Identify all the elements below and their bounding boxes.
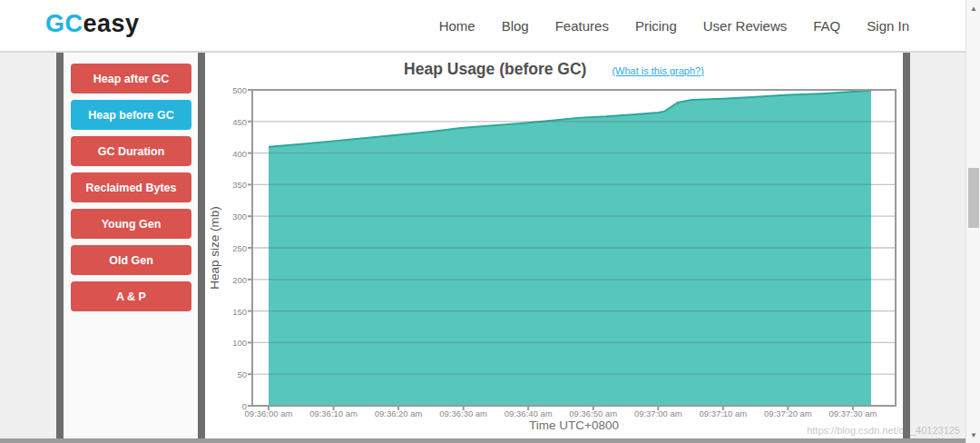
- x-tick-label-09-36-10-am: 09:36:10 am: [301, 409, 367, 418]
- sidebar-button-old-gen[interactable]: Old Gen: [71, 245, 191, 275]
- logo-easy: easy: [83, 10, 140, 37]
- nav-link-pricing[interactable]: Pricing: [635, 18, 677, 34]
- sidebar-button-heap-before-gc[interactable]: Heap before GC: [71, 100, 191, 130]
- x-tick-label-09-37-10-am: 09:37:10 am: [691, 409, 756, 418]
- left-divider-bar: [56, 53, 64, 438]
- nav-item-user-reviews: User Reviews: [703, 18, 788, 34]
- logo[interactable]: GCeasy: [45, 10, 140, 38]
- y-tick-label-50: 50: [205, 369, 247, 379]
- heap-usage-chart: [205, 53, 903, 438]
- nav-item-home: Home: [439, 18, 475, 34]
- y-tick-label-500: 500: [205, 85, 247, 95]
- y-tick-label-200: 200: [205, 275, 247, 285]
- chart-panel: Heap Usage (before GC)(What is this grap…: [205, 53, 903, 438]
- nav-link-user-reviews[interactable]: User Reviews: [703, 18, 788, 34]
- watermark-text: https://blog.csdn.net/qq_40123125: [807, 425, 960, 436]
- x-tick-label-09-36-30-am: 09:36:30 am: [431, 409, 496, 418]
- scrollbar-thumb[interactable]: [968, 168, 979, 228]
- sidebar-button-a-p[interactable]: A & P: [71, 281, 191, 311]
- middle-divider-bar: [198, 53, 205, 438]
- y-tick-label-100: 100: [205, 338, 247, 348]
- y-tick-label-400: 400: [205, 149, 247, 159]
- nav-link-blog[interactable]: Blog: [502, 18, 529, 34]
- x-tick-label-09-36-40-am: 09:36:40 am: [495, 409, 561, 418]
- x-tick-label-09-37-00-am: 09:37:00 am: [625, 409, 691, 418]
- header: GCeasy HomeBlogFeaturesPricingUser Revie…: [0, 0, 965, 53]
- sidebar-button-heap-after-gc[interactable]: Heap after GC: [71, 64, 191, 94]
- bottom-bar: [0, 438, 965, 443]
- main-nav: HomeBlogFeaturesPricingUser ReviewsFAQSi…: [439, 0, 909, 53]
- y-tick-label-350: 350: [205, 180, 247, 190]
- nav-item-sign-in: Sign In: [867, 18, 909, 34]
- scrollbar-down-icon[interactable]: ▼: [966, 428, 980, 441]
- y-tick-label-250: 250: [205, 243, 247, 253]
- page: GCeasy HomeBlogFeaturesPricingUser Revie…: [0, 0, 980, 443]
- nav-link-home[interactable]: Home: [439, 18, 475, 34]
- nav-link-faq[interactable]: FAQ: [813, 18, 840, 34]
- y-tick-label-450: 450: [205, 117, 247, 127]
- sidebar-button-young-gen[interactable]: Young Gen: [71, 209, 191, 239]
- x-tick-label-09-37-20-am: 09:37:20 am: [755, 409, 820, 418]
- x-tick-label-09-37-30-am: 09:37:30 am: [820, 409, 886, 418]
- x-axis-title: Time UTC+0800: [252, 418, 896, 432]
- sidebar: Heap after GCHeap before GCGC DurationRe…: [64, 53, 198, 438]
- nav-item-blog: Blog: [502, 18, 529, 34]
- x-tick-label-09-36-00-am: 09:36:00 am: [236, 409, 301, 418]
- nav-item-features: Features: [555, 18, 609, 34]
- nav-link-sign-in[interactable]: Sign In: [867, 18, 909, 34]
- sidebar-button-reclaimed-bytes[interactable]: Reclaimed Bytes: [71, 172, 191, 202]
- nav-link-features[interactable]: Features: [555, 18, 609, 34]
- nav-item-pricing: Pricing: [635, 18, 677, 34]
- nav-item-faq: FAQ: [813, 18, 840, 34]
- vertical-scrollbar[interactable]: ▲ ▼: [965, 0, 980, 443]
- scrollbar-up-icon[interactable]: ▲: [966, 2, 980, 15]
- right-divider-bar: [903, 53, 910, 438]
- sidebar-button-gc-duration[interactable]: GC Duration: [71, 136, 191, 166]
- x-tick-label-09-36-50-am: 09:36:50 am: [561, 409, 626, 418]
- x-tick-label-09-36-20-am: 09:36:20 am: [366, 409, 431, 418]
- y-tick-label-150: 150: [205, 307, 247, 317]
- y-tick-label-300: 300: [205, 212, 247, 222]
- logo-gc: GC: [45, 10, 83, 37]
